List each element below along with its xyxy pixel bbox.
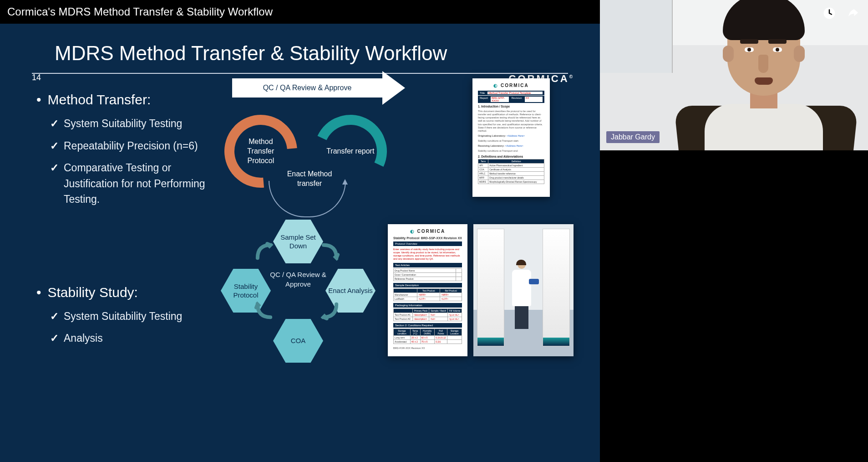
speaker-video-panel: Jabbar Gardy: [600, 0, 868, 150]
section1-title: Method Transfer:: [36, 92, 214, 108]
curve-arrow-icon: [269, 181, 346, 217]
doc-table: TermDefinition APIActive Pharmaceutical …: [478, 159, 544, 184]
list-item: System Suitability Testing: [50, 116, 214, 132]
doc-logo: CORMICA: [478, 83, 544, 88]
stability-cycle-diagram: Sample Set Down Enact Analysis COA Stabi…: [212, 220, 380, 370]
slide-number: 14: [32, 73, 41, 82]
watch-later-icon[interactable]: [822, 6, 836, 20]
rings-diagram: Method Transfer Protocol Transfer report…: [223, 110, 405, 224]
stability-protocol-document: CORMICA Stability ProtocolBRD-SSP-XXX Re…: [388, 224, 467, 356]
section2-title: Stability Study:: [36, 285, 214, 300]
speaker-figure: [659, 0, 854, 150]
graphics-column: QC / QA Review & Approve Method Transfer…: [223, 83, 573, 353]
speaker-name-badge: Jabbar Gardy: [606, 131, 660, 143]
empty-area: [600, 150, 868, 462]
transfer-protocol-document: CORMICA TitleMethod Transfer Protocol Te…: [472, 78, 550, 197]
list-item: Comparative Testing or Justification for…: [50, 160, 214, 207]
stability-cabinet: [477, 229, 504, 346]
slide-title: MDRS Method Transfer & Stability Workflo…: [55, 42, 573, 65]
list-item: Repeatability Precision (n=6): [50, 138, 214, 154]
list-item: Analysis: [50, 330, 214, 346]
stability-chamber-photo: [473, 224, 574, 356]
scientist-figure: [509, 261, 534, 329]
list-item: System Suitability Testing: [50, 308, 214, 324]
window-title: Cormica's MDRS Method Transfer & Stabili…: [7, 5, 273, 18]
qc-qa-arrow-banner: QC / QA Review & Approve: [232, 78, 382, 98]
hex-coa: COA: [273, 319, 323, 363]
text-column: Method Transfer: System Suitability Test…: [27, 83, 214, 353]
share-icon[interactable]: [846, 6, 860, 20]
slide-area: 14 MDRS Method Transfer & Stability Work…: [0, 24, 600, 462]
doc-logo: CORMICA: [393, 229, 462, 234]
hex-sample-set-down: Sample Set Down: [273, 220, 323, 263]
hex-center-label: QC / QA Review & Approve: [266, 270, 330, 289]
title-divider: [32, 73, 568, 74]
stability-cabinet: [543, 229, 570, 346]
arrow-head-icon: [382, 71, 405, 105]
